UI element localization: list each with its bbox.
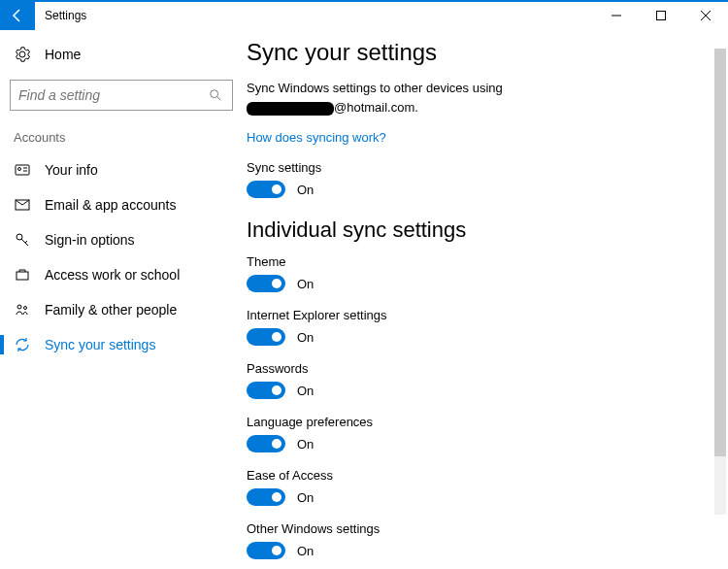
ease-label: Ease of Access xyxy=(247,468,709,483)
individual-heading: Individual sync settings xyxy=(247,218,709,243)
close-icon xyxy=(701,11,711,20)
sidebar-item-label: Sync your settings xyxy=(45,337,155,352)
svg-line-13 xyxy=(25,241,27,243)
sidebar-item-email[interactable]: Email & app accounts xyxy=(0,187,243,222)
other-toggle[interactable] xyxy=(247,542,285,559)
sync-settings-toggle[interactable] xyxy=(247,181,285,198)
svg-point-16 xyxy=(24,307,27,310)
passwords-label: Passwords xyxy=(247,361,709,376)
minimize-button[interactable] xyxy=(594,1,639,30)
window-controls xyxy=(594,1,728,30)
svg-rect-6 xyxy=(16,165,29,175)
mail-icon xyxy=(14,197,31,213)
sidebar-item-signin[interactable]: Sign-in options xyxy=(0,222,243,257)
maximize-button[interactable] xyxy=(639,1,683,30)
arrow-left-icon xyxy=(10,8,25,23)
search-box[interactable] xyxy=(10,80,233,111)
people-icon xyxy=(14,302,31,318)
person-card-icon xyxy=(14,162,31,178)
window-title: Settings xyxy=(45,9,86,22)
search-input[interactable] xyxy=(18,87,209,103)
sidebar-item-label: Sign-in options xyxy=(45,232,135,248)
sidebar-item-sync[interactable]: Sync your settings xyxy=(0,327,243,362)
language-toggle[interactable] xyxy=(247,435,285,452)
toggle-state: On xyxy=(297,490,314,505)
sidebar-item-label: Email & app accounts xyxy=(45,197,176,213)
ie-toggle[interactable] xyxy=(247,328,285,346)
sync-description-line1: Sync Windows settings to other devices u… xyxy=(247,80,709,97)
sync-icon xyxy=(14,337,31,352)
sidebar-item-your-info[interactable]: Your info xyxy=(0,152,243,187)
other-label: Other Windows settings xyxy=(247,521,709,536)
sidebar-item-label: Access work or school xyxy=(45,267,180,283)
help-link[interactable]: How does syncing work? xyxy=(247,130,386,145)
sidebar-item-label: Your info xyxy=(45,162,98,178)
close-button[interactable] xyxy=(683,1,728,30)
passwords-toggle[interactable] xyxy=(247,382,285,399)
svg-rect-1 xyxy=(657,12,666,20)
sync-settings-label: Sync settings xyxy=(247,160,709,175)
ease-toggle[interactable] xyxy=(247,488,285,506)
toggle-state: On xyxy=(297,544,314,558)
maximize-icon xyxy=(656,11,666,20)
theme-label: Theme xyxy=(247,254,709,269)
home-button[interactable]: Home xyxy=(0,41,243,76)
scrollbar-thumb[interactable] xyxy=(714,49,726,456)
sync-description-line2: @hotmail.com. xyxy=(247,99,709,117)
home-label: Home xyxy=(45,47,81,62)
svg-point-15 xyxy=(17,305,21,309)
key-icon xyxy=(14,232,31,248)
toggle-state: On xyxy=(297,437,314,452)
minimize-icon xyxy=(612,11,621,20)
gear-icon xyxy=(14,47,31,62)
svg-line-12 xyxy=(21,239,28,246)
toggle-state: On xyxy=(297,183,314,197)
svg-point-7 xyxy=(18,168,21,171)
scrollbar[interactable] xyxy=(714,49,726,515)
language-label: Language preferences xyxy=(247,415,709,429)
toggle-state: On xyxy=(297,277,314,291)
sidebar-item-family[interactable]: Family & other people xyxy=(0,292,243,327)
svg-line-5 xyxy=(217,97,221,101)
redacted-email xyxy=(247,102,334,116)
sidebar-item-work[interactable]: Access work or school xyxy=(0,257,243,292)
toggle-state: On xyxy=(297,384,314,398)
main-content: Sync your settings Sync Windows settings… xyxy=(243,29,728,569)
sidebar: Home Accounts Your info Email & app acco… xyxy=(0,29,243,569)
svg-point-4 xyxy=(211,90,218,98)
svg-rect-14 xyxy=(17,272,28,280)
toggle-state: On xyxy=(297,330,314,345)
email-suffix: @hotmail.com. xyxy=(334,100,418,115)
section-header: Accounts xyxy=(0,126,243,152)
back-button[interactable] xyxy=(0,1,35,30)
ie-label: Internet Explorer settings xyxy=(247,308,709,322)
titlebar: Settings xyxy=(0,0,728,29)
theme-toggle[interactable] xyxy=(247,275,285,292)
briefcase-icon xyxy=(14,267,31,283)
page-title: Sync your settings xyxy=(247,39,709,66)
search-icon xyxy=(209,88,224,102)
sidebar-item-label: Family & other people xyxy=(45,302,177,318)
